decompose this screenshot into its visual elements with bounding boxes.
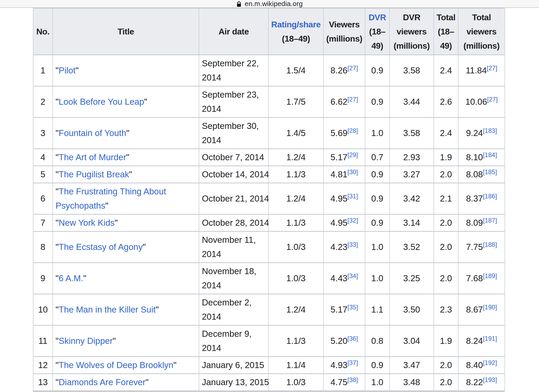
- title-close-quote: ": [126, 152, 129, 162]
- reference-link[interactable]: [31]: [347, 193, 358, 200]
- episode-title-link[interactable]: New York Kids: [59, 218, 115, 228]
- reference-superscript: [187]: [483, 217, 497, 224]
- dvr-viewers-cell: 2.93: [390, 149, 434, 166]
- viewers-cell-value: 5.17: [331, 305, 347, 314]
- reference-superscript: [37]: [347, 359, 358, 366]
- title-open-quote: ": [56, 360, 59, 370]
- dvr-rating-cell: 0.8: [365, 325, 390, 357]
- reference-link[interactable]: [193]: [483, 376, 497, 383]
- dvr-viewers-cell: 3.42: [390, 183, 434, 214]
- total-viewers-cell: 8.40[192]: [458, 357, 505, 374]
- episode-title-cell: "The Pugilist Break": [53, 166, 199, 183]
- reference-link[interactable]: [190]: [483, 304, 497, 311]
- episode-row: 13"Diamonds Are Forever"January 13, 2015…: [33, 374, 505, 391]
- episode-title-link[interactable]: The Man in the Killer Suit: [59, 305, 156, 314]
- dvr-viewers-cell-value: 2.93: [403, 152, 420, 162]
- col-header-link-dvr[interactable]: DVR: [368, 13, 386, 22]
- viewers-cell-value: 4.23: [331, 242, 347, 252]
- reference-link[interactable]: [187]: [483, 217, 497, 224]
- browser-address-bar[interactable]: en.m.wikipedia.org: [0, 0, 539, 8]
- dvr-viewers-cell-value: 3.44: [403, 97, 420, 107]
- air-date-cell: January 13, 2015: [199, 374, 268, 391]
- episode-title-link[interactable]: The Pugilist Break: [59, 169, 129, 179]
- total-viewers-cell: 8.24[191]: [458, 325, 505, 357]
- table-body: 1"Pilot"September 22, 20141.5/48.26[27]0…: [33, 55, 505, 391]
- air-date-cell: November 11, 2014: [199, 232, 268, 263]
- reference-link[interactable]: [27]: [347, 96, 358, 103]
- episode-title-link[interactable]: The Ecstasy of Agony: [59, 242, 143, 252]
- reference-link[interactable]: [28]: [347, 127, 358, 134]
- episode-title-link[interactable]: Diamonds Are Forever: [59, 377, 146, 387]
- total-rating-cell: 2.4: [434, 55, 458, 86]
- reference-link[interactable]: [184]: [483, 151, 497, 158]
- reference-link[interactable]: [192]: [483, 359, 497, 366]
- reference-link[interactable]: [29]: [347, 151, 358, 158]
- episode-title-cell: "6 A.M.": [53, 263, 199, 294]
- total-viewers-cell-value: 8.09: [466, 218, 483, 228]
- viewers-cell-value: 8.26: [331, 66, 347, 75]
- title-open-quote: ": [56, 187, 59, 196]
- dvr-rating-cell-value: 0.8: [371, 336, 383, 346]
- total-rating-cell-value: 1.9: [440, 152, 452, 162]
- title-open-quote: ": [56, 152, 59, 162]
- reference-link[interactable]: [32]: [347, 217, 358, 224]
- viewers-cell: 4.95[32]: [323, 214, 365, 232]
- reference-link[interactable]: [27]: [487, 64, 497, 72]
- reference-link[interactable]: [186]: [483, 193, 497, 200]
- title-close-quote: ": [105, 201, 108, 210]
- episode-title-cell: "The Frustrating Thing About Psychopaths…: [53, 183, 199, 214]
- air-date-cell: September 22, 2014: [199, 55, 268, 86]
- total-viewers-cell: 8.37[186]: [458, 183, 505, 214]
- viewers-cell: 4.75[38]: [323, 374, 365, 391]
- reference-link[interactable]: [38]: [347, 376, 358, 383]
- air-date-cell: October 7, 2014: [199, 149, 268, 166]
- dvr-viewers-cell: 3.58: [390, 55, 434, 86]
- rating-share-cell: 1.2/4: [268, 294, 323, 325]
- col-header-rating_share: Rating/share(18–49): [268, 8, 323, 55]
- episode-title-link[interactable]: Skinny Dipper: [59, 336, 113, 346]
- total-viewers-cell: 9.24[183]: [458, 118, 505, 149]
- episode-row: 11"Skinny Dipper"December 9, 20141.1/35.…: [33, 325, 505, 357]
- rating-share-cell: 1.4/5: [268, 118, 323, 149]
- dvr-viewers-cell-value: 3.58: [403, 66, 420, 75]
- reference-link[interactable]: [189]: [483, 272, 497, 279]
- episode-title-link[interactable]: The Wolves of Deep Brooklyn: [59, 360, 173, 370]
- dvr-rating-cell: 0.9: [365, 166, 390, 183]
- episode-title-link[interactable]: Fountain of Youth: [59, 128, 126, 138]
- dvr-viewers-cell: 3.04: [390, 325, 434, 357]
- dvr-rating-cell: 1.0: [365, 263, 390, 294]
- total-viewers-cell: 8.09[187]: [458, 214, 505, 232]
- episode-title-link[interactable]: 6 A.M.: [59, 273, 83, 283]
- reference-link[interactable]: [36]: [347, 335, 358, 342]
- reference-link[interactable]: [27]: [487, 96, 498, 103]
- title-close-quote: ": [126, 128, 129, 138]
- title-open-quote: ": [56, 305, 59, 314]
- episode-number-cell: 1: [33, 55, 53, 86]
- reference-superscript: [27]: [487, 64, 497, 72]
- episode-title-link[interactable]: The Frustrating Thing About Psychopaths: [56, 187, 166, 210]
- dvr-rating-cell-value: 0.9: [371, 97, 383, 107]
- reference-link[interactable]: [188]: [483, 241, 497, 248]
- air-date-cell: December 9, 2014: [199, 325, 268, 357]
- reference-link[interactable]: [183]: [483, 127, 497, 134]
- reference-link[interactable]: [34]: [347, 272, 358, 279]
- col-header-link-rating_share[interactable]: Rating/share: [271, 20, 321, 29]
- reference-link[interactable]: [191]: [483, 335, 497, 342]
- episode-row: 12"The Wolves of Deep Brooklyn"January 6…: [33, 357, 505, 374]
- total-viewers-cell-value: 9.24: [466, 128, 483, 138]
- episode-title-link[interactable]: The Art of Murder: [59, 152, 126, 162]
- episode-title-link[interactable]: Pilot: [59, 66, 76, 75]
- reference-link[interactable]: [185]: [483, 168, 497, 175]
- reference-link[interactable]: [33]: [347, 241, 358, 248]
- reference-link[interactable]: [37]: [347, 359, 358, 366]
- episode-number-cell: 7: [33, 214, 53, 232]
- reference-link[interactable]: [35]: [347, 304, 358, 311]
- viewers-cell-value: 4.75: [331, 377, 347, 387]
- dvr-rating-cell-value: 1.1: [371, 305, 383, 314]
- reference-link[interactable]: [27]: [347, 64, 358, 72]
- air-date-cell: December 2, 2014: [199, 294, 268, 325]
- dvr-rating-cell-value: 0.9: [371, 66, 383, 75]
- total-rating-cell-value: 2.0: [440, 169, 452, 179]
- episode-title-link[interactable]: Look Before You Leap: [59, 97, 144, 107]
- reference-link[interactable]: [30]: [347, 168, 358, 175]
